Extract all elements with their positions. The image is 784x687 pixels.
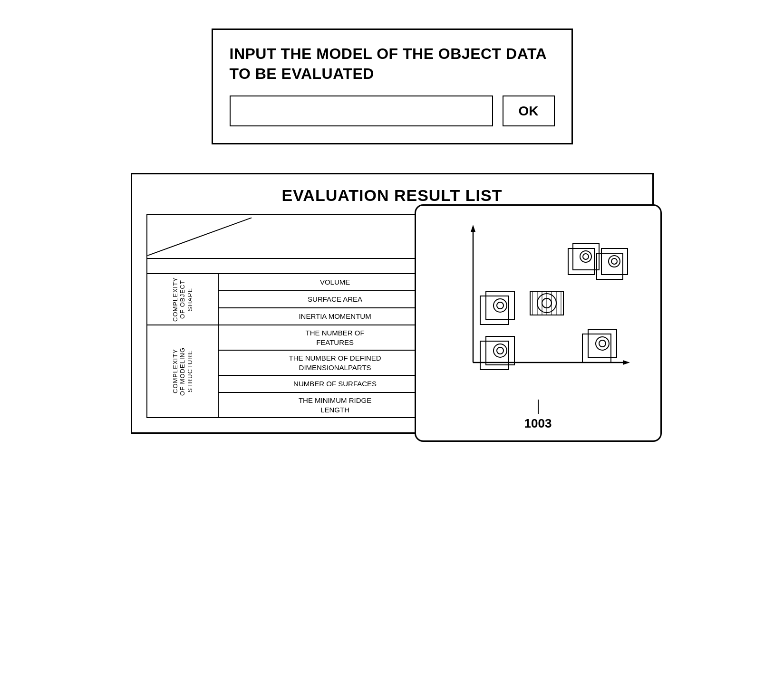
svg-point-29 (494, 344, 507, 357)
svg-rect-6 (573, 244, 599, 270)
svg-line-0 (147, 218, 252, 256)
svg-rect-10 (601, 248, 628, 275)
page-container: INPUT THE MODEL OF THE OBJECT DATA TO BE… (0, 0, 784, 687)
svg-point-34 (599, 340, 606, 347)
input-dialog: INPUT THE MODEL OF THE OBJECT DATA TO BE… (212, 29, 573, 144)
svg-marker-2 (471, 225, 475, 232)
ok-button[interactable]: OK (503, 95, 555, 126)
svg-marker-4 (623, 360, 630, 365)
svg-point-7 (580, 251, 591, 262)
ref-model-label: 1003 (524, 416, 552, 431)
eval-panel-title: EVALUATION RESULT LIST (146, 186, 638, 205)
ref-label-container: 1003 (524, 400, 552, 431)
svg-point-12 (611, 258, 617, 264)
svg-point-33 (596, 337, 609, 350)
ref-label-line (538, 400, 539, 414)
svg-point-25 (494, 299, 507, 312)
model-input[interactable] (230, 95, 493, 126)
svg-point-26 (497, 302, 503, 309)
svg-point-11 (609, 256, 620, 267)
dialog-input-row: OK (230, 95, 555, 126)
chart-area (426, 215, 651, 395)
empty-header-1 (147, 258, 452, 274)
group-label-shape: COMPLEXITYOF OBJECTSHAPE (147, 274, 218, 325)
diagonal-header-cell (147, 215, 452, 258)
ref-model-overlay: 1003 (415, 204, 662, 442)
svg-point-8 (583, 254, 589, 259)
chart-svg (426, 215, 644, 386)
svg-point-30 (497, 347, 503, 354)
group-label-modeling: COMPLEXITYOF MODELINGSTRUCTURE (147, 325, 218, 418)
eval-panel: EVALUATION RESULT LIST OBJECT MODEL TO B… (131, 173, 654, 434)
dialog-title: INPUT THE MODEL OF THE OBJECT DATA TO BE… (230, 44, 555, 84)
